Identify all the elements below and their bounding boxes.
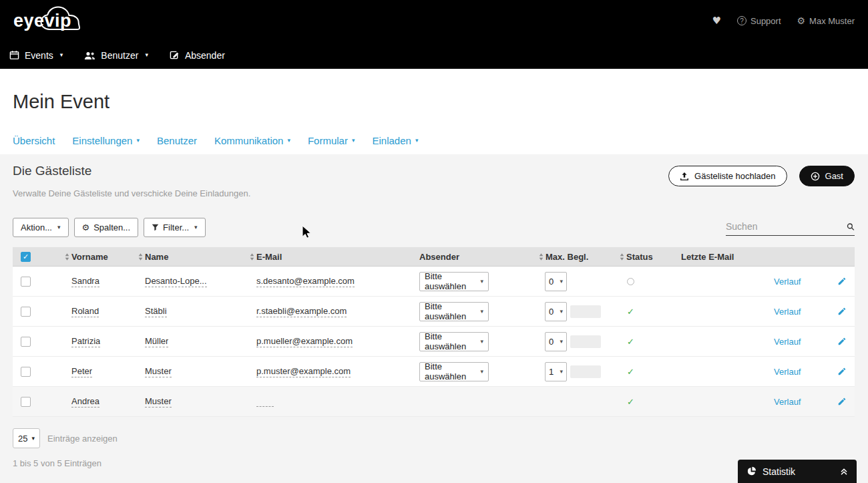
column-header: Name [145, 252, 168, 262]
max-begl-select[interactable]: 0▾ [545, 332, 567, 351]
tab-formular[interactable]: Formular▾ [308, 135, 355, 146]
page-size-select[interactable]: 25 ▾ [13, 428, 40, 448]
email-editable[interactable]: s.desanto@example.com [256, 276, 355, 287]
nav-events[interactable]: Events ▾ [9, 50, 63, 61]
row-checkbox[interactable] [21, 307, 31, 317]
sort-status[interactable]: Status [620, 247, 676, 266]
name-editable[interactable]: Müller [145, 336, 168, 347]
edit-row-icon[interactable] [837, 307, 847, 316]
action-dropdown-button[interactable]: Aktion... ▾ [13, 218, 69, 237]
nav-absender-label: Absender [185, 50, 225, 61]
range-label: 1 bis 5 von 5 Einträgen [13, 458, 855, 468]
name-editable[interactable]: Muster [145, 396, 172, 408]
edit-row-icon[interactable] [837, 277, 847, 286]
email-editable[interactable]: p.mueller@example.com [256, 336, 353, 347]
absender-select[interactable]: Bitte auswählen▾ [419, 302, 489, 321]
top-header: eyevip ♥ ? Support ⚙ Max Muster [0, 0, 868, 69]
sort-email[interactable]: E-Mail [250, 247, 415, 266]
table-row: Patrizia Müller p.mueller@example.com Bi… [13, 327, 855, 357]
verlauf-link[interactable]: Verlauf [774, 277, 801, 287]
chevron-down-icon: ▾ [415, 138, 419, 144]
select-all-checkbox[interactable]: ✓ [21, 252, 31, 262]
vorname-editable[interactable]: Roland [71, 306, 99, 317]
heart-icon[interactable]: ♥ [712, 15, 721, 27]
guest-table: ✓ Vorname Name E-Mail Absender Max. Begl… [13, 247, 855, 417]
tab-benutzer[interactable]: Benutzer [157, 135, 197, 146]
verlauf-link[interactable]: Verlauf [774, 337, 801, 347]
absender-select[interactable]: Bitte auswählen▾ [419, 362, 489, 381]
edit-row-icon[interactable] [837, 337, 847, 346]
filter-dropdown-button[interactable]: Filter... ▾ [144, 218, 206, 237]
row-checkbox[interactable] [21, 367, 31, 377]
row-checkbox[interactable] [21, 277, 31, 287]
question-icon: ? [737, 16, 746, 25]
email-editable[interactable]: r.staebli@example.com [256, 306, 347, 317]
nav-absender[interactable]: Absender [170, 50, 225, 61]
vorname-editable[interactable]: Sandra [71, 276, 99, 287]
vorname-editable[interactable]: Peter [71, 366, 92, 377]
check-icon: ✓ [23, 253, 29, 261]
user-menu[interactable]: ⚙ Max Muster [797, 15, 855, 26]
chevron-down-icon: ▾ [480, 339, 483, 345]
tab-kommunikation[interactable]: Kommunikation▾ [214, 135, 290, 146]
chevron-down-icon: ▾ [57, 224, 61, 230]
verlauf-link[interactable]: Verlauf [774, 397, 801, 407]
support-link[interactable]: ? Support [737, 16, 781, 26]
tab-label: Benutzer [157, 135, 197, 146]
upload-guestlist-button[interactable]: Gästeliste hochladen [668, 166, 787, 186]
tab-einladen[interactable]: Einladen▾ [372, 135, 418, 146]
edit-row-icon[interactable] [837, 397, 847, 406]
max-begl-select[interactable]: 1▾ [545, 362, 567, 381]
placeholder-bar [570, 365, 601, 378]
edit-row-icon[interactable] [837, 367, 847, 376]
columns-button[interactable]: ⚙ Spalten... [74, 218, 139, 237]
tab-uebersicht[interactable]: Übersicht [13, 135, 55, 146]
email-editable[interactable]: p.muster@example.com [256, 366, 351, 377]
sort-icon [539, 253, 544, 261]
table-row: Andrea Muster ✓ Verlauf [13, 387, 855, 417]
tab-label: Einladen [372, 135, 411, 146]
column-letzte-email: Letzte E-Mail [676, 247, 767, 266]
max-begl-select[interactable]: 0▾ [545, 272, 567, 291]
name-editable[interactable]: Muster [145, 366, 172, 377]
calendar-icon [9, 50, 19, 60]
guestlist-title: Die Gästeliste [13, 164, 250, 178]
gear-icon: ⚙ [82, 222, 90, 232]
search-input[interactable] [726, 219, 847, 234]
status-ok-icon: ✓ [627, 307, 634, 317]
name-editable[interactable]: Stäbli [145, 306, 167, 317]
absender-select[interactable]: Bitte auswählen▾ [419, 332, 489, 351]
search-box [726, 219, 855, 236]
column-actions [767, 247, 855, 266]
verlauf-link[interactable]: Verlauf [774, 367, 801, 377]
statistik-label: Statistik [763, 466, 795, 477]
name-editable[interactable]: Desanto-Lope... [145, 276, 207, 287]
email-editable[interactable] [256, 397, 274, 407]
status-ok-icon: ✓ [627, 337, 634, 347]
absender-select[interactable]: Bitte auswählen▾ [419, 272, 489, 291]
sort-icon [250, 253, 254, 261]
vorname-editable[interactable]: Patrizia [71, 336, 100, 347]
chevron-down-icon: ▾ [287, 138, 290, 144]
eyevip-logo[interactable]: eyevip [13, 11, 71, 31]
guestlist-intro: Die Gästeliste Verwalte Deine Gästeliste… [13, 164, 250, 198]
search-icon[interactable] [847, 222, 855, 232]
max-begl-select[interactable]: 0▾ [545, 302, 567, 321]
sort-name[interactable]: Name [138, 247, 250, 266]
tab-einstellungen[interactable]: Einstellungen▾ [72, 135, 140, 146]
statistik-bar[interactable]: Statistik [738, 460, 857, 483]
sort-vorname[interactable]: Vorname [65, 247, 138, 266]
chevron-down-icon: ▾ [560, 369, 563, 375]
sort-maxbegl[interactable]: Max. Begl. [539, 247, 620, 266]
select-value: Bitte auswählen [425, 361, 479, 381]
row-checkbox[interactable] [21, 397, 31, 407]
add-guest-button[interactable]: Gast [799, 166, 855, 186]
chevrons-up-icon[interactable] [840, 468, 848, 476]
nav-benutzer[interactable]: Benutzer ▾ [84, 50, 148, 61]
sort-icon [138, 253, 143, 261]
vorname-editable[interactable]: Andrea [71, 396, 99, 408]
row-checkbox[interactable] [21, 337, 31, 347]
select-value: Bitte auswählen [425, 301, 479, 321]
event-tabs: Übersicht Einstellungen▾ Benutzer Kommun… [13, 135, 855, 146]
verlauf-link[interactable]: Verlauf [774, 307, 801, 317]
